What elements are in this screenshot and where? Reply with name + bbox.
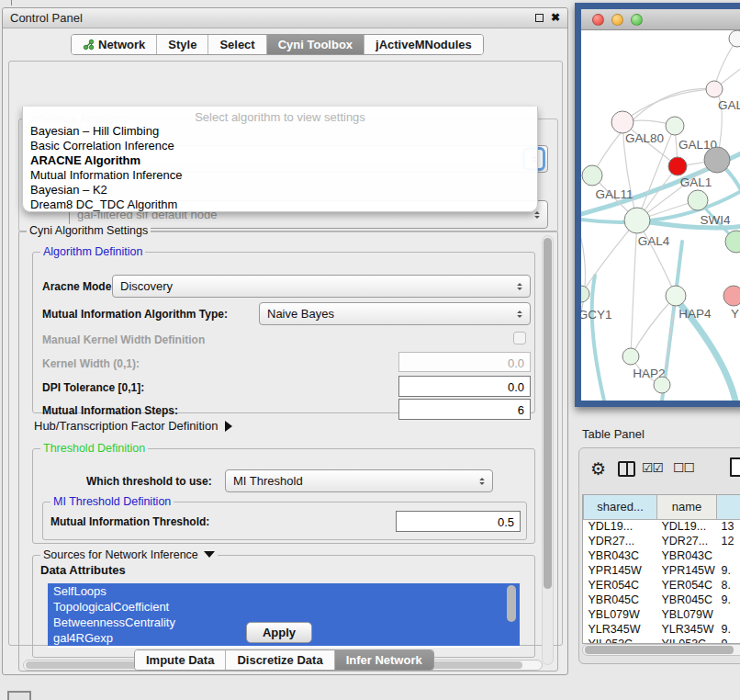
- scrollbar-thumb[interactable]: [585, 646, 734, 654]
- float-panel-icon[interactable]: [535, 14, 544, 22]
- close-panel-icon[interactable]: ✖: [551, 14, 560, 22]
- table-cell[interactable]: YLR345W: [584, 622, 657, 637]
- tab-style[interactable]: Style: [157, 35, 208, 54]
- apply-button[interactable]: Apply: [246, 622, 312, 643]
- table-cell[interactable]: 9.: [717, 593, 740, 607]
- which-threshold-combo[interactable]: MI Threshold: [225, 469, 493, 492]
- network-node-hap4[interactable]: [666, 286, 686, 306]
- network-node-gal10[interactable]: [666, 117, 684, 135]
- network-edge[interactable]: [631, 220, 637, 356]
- table-row[interactable]: YER054CYER054C8.: [584, 578, 740, 593]
- table-cell[interactable]: 13: [717, 519, 740, 534]
- network-node-gal1[interactable]: [668, 157, 687, 175]
- dpi-tolerance-input[interactable]: [398, 376, 531, 397]
- aracne-mode-combo[interactable]: Discovery: [112, 275, 531, 298]
- table-cell[interactable]: YDR27...: [657, 534, 717, 548]
- table-cell[interactable]: 12: [717, 534, 740, 548]
- network-node[interactable]: [729, 30, 740, 47]
- tab-impute-data[interactable]: Impute Data: [135, 650, 226, 670]
- document-icon[interactable]: [730, 457, 740, 477]
- table-header[interactable]: shared...name: [584, 495, 740, 519]
- network-node-gal4[interactable]: [624, 208, 650, 233]
- algorithm-option[interactable]: Basic Correlation Inference: [23, 139, 537, 153]
- gear-icon[interactable]: ⚙: [590, 458, 606, 480]
- attribute-list-item[interactable]: SelfLoops: [48, 583, 520, 599]
- table-cell[interactable]: YBR043C: [584, 548, 657, 563]
- columns-icon[interactable]: [618, 461, 635, 477]
- table-cell[interactable]: YBL079W: [584, 607, 657, 622]
- tab-discretize-data[interactable]: Discretize Data: [226, 650, 334, 670]
- tab-network[interactable]: Network: [72, 35, 157, 54]
- network-edge-strong[interactable]: [592, 276, 604, 401]
- column-header[interactable]: [717, 495, 740, 519]
- table-cell[interactable]: [717, 607, 740, 622]
- table-cell[interactable]: YBL079W: [657, 607, 717, 622]
- tab-select[interactable]: Select: [208, 35, 266, 54]
- tab-cyni-toolbox[interactable]: Cyni Toolbox: [267, 35, 364, 54]
- scrollbar-thumb[interactable]: [544, 238, 552, 589]
- table-cell[interactable]: YDR27...: [584, 534, 657, 548]
- algorithm-option[interactable]: Bayesian – K2: [23, 183, 537, 198]
- table-row[interactable]: YIL053CYIL053C9.: [584, 637, 740, 644]
- table-cell[interactable]: YPR145W: [657, 563, 717, 578]
- kernel-width-input[interactable]: [398, 352, 531, 372]
- table-cell[interactable]: YDL19...: [584, 519, 657, 534]
- select-all-columns-icon[interactable]: ☑☑: [642, 460, 663, 475]
- table-row[interactable]: YBR045CYBR045C9.: [584, 593, 740, 607]
- network-node-gcy1[interactable]: [581, 286, 589, 302]
- table-cell[interactable]: YLR345W: [657, 622, 717, 637]
- mi-threshold-input[interactable]: [396, 511, 521, 532]
- table-row[interactable]: YDR27...YDR27...12: [584, 534, 740, 548]
- column-header[interactable]: shared...: [584, 495, 657, 519]
- attribute-list-item[interactable]: TopologicalCoefficient: [48, 599, 520, 615]
- network-edge[interactable]: [581, 220, 637, 294]
- collapsed-panel-icon[interactable]: [7, 691, 31, 700]
- table-cell[interactable]: YDL19...: [657, 519, 717, 534]
- algorithm-option[interactable]: ARACNE Algorithm: [23, 153, 537, 168]
- table-cell[interactable]: YBR045C: [657, 593, 717, 607]
- network-canvas[interactable]: GALGAL80GAL10GAL1GAL11SWI4GAL4GCY1HAP4YH…: [581, 30, 740, 401]
- table-cell[interactable]: 9.: [717, 637, 740, 644]
- network-node-hap2[interactable]: [622, 348, 639, 365]
- network-node-y[interactable]: [723, 286, 740, 306]
- tab-infer-network[interactable]: Infer Network: [335, 650, 433, 670]
- settings-vertical-scrollbar[interactable]: [542, 235, 554, 665]
- table-cell[interactable]: YIL053C: [584, 637, 657, 644]
- manual-kernel-checkbox[interactable]: [513, 332, 526, 344]
- table-row[interactable]: YPR145WYPR145W9.: [584, 563, 740, 578]
- window-close-icon[interactable]: [592, 14, 604, 26]
- network-node[interactable]: [704, 147, 730, 173]
- network-node-gal80[interactable]: [611, 111, 633, 133]
- network-node[interactable]: [654, 377, 670, 393]
- network-node-swi4[interactable]: [688, 190, 708, 210]
- table-cell[interactable]: YBR043C: [657, 548, 717, 563]
- table-cell[interactable]: [717, 548, 740, 563]
- table-cell[interactable]: YIL053C: [657, 637, 717, 644]
- network-node-gal[interactable]: [706, 81, 723, 97]
- table-row[interactable]: YBR043CYBR043C: [584, 548, 740, 563]
- table-cell[interactable]: 9.: [717, 563, 740, 578]
- deselect-all-columns-icon[interactable]: ☐☐: [673, 460, 694, 475]
- hub-definition-expander[interactable]: Hub/Transcription Factor Definition: [34, 419, 232, 433]
- table-row[interactable]: YDL19...YDL19...13: [584, 519, 740, 534]
- algorithm-option[interactable]: Mutual Information Inference: [23, 168, 537, 183]
- table-cell[interactable]: YER054C: [584, 578, 657, 593]
- network-node-gal11[interactable]: [582, 165, 602, 186]
- window-minimize-icon[interactable]: [611, 14, 623, 26]
- table-cell[interactable]: 8.: [717, 578, 740, 593]
- table-row[interactable]: YLR345WYLR345W9.: [584, 622, 740, 637]
- mi-steps-input[interactable]: [398, 399, 531, 420]
- node-table[interactable]: shared...name YDL19...YDL19...13YDR27...…: [582, 494, 740, 644]
- table-cell[interactable]: YBR045C: [584, 593, 657, 607]
- table-cell[interactable]: YER054C: [657, 578, 717, 593]
- table-body[interactable]: YDL19...YDL19...13YDR27...YDR27...12YBR0…: [584, 519, 740, 644]
- algorithm-option[interactable]: Dream8 DC_TDC Algorithm: [23, 198, 537, 212]
- table-cell[interactable]: YPR145W: [584, 563, 657, 578]
- tab-jactivemnodules[interactable]: jActiveMNodules: [364, 35, 483, 54]
- attributes-scrollbar-thumb[interactable]: [507, 585, 516, 622]
- window-zoom-icon[interactable]: [631, 14, 643, 26]
- table-horizontal-scrollbar[interactable]: [582, 644, 740, 656]
- mi-type-combo[interactable]: Naive Bayes: [259, 302, 531, 325]
- table-row[interactable]: YBL079WYBL079W: [584, 607, 740, 622]
- column-header[interactable]: name: [657, 495, 717, 519]
